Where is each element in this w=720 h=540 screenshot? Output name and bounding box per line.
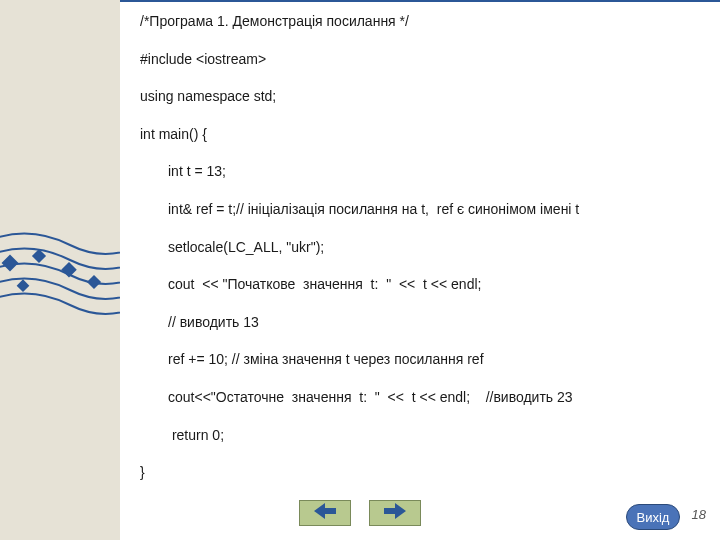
code-line: cout << "Початкове значення t: " << t <<… [140,275,690,295]
code-line: /*Програма 1. Демонстрація посилання */ [140,12,690,32]
arrow-right-icon [384,503,406,523]
code-line: int& ref = t;// ініціалізація посилання … [140,200,690,220]
nav-controls [0,496,720,530]
arrow-left-icon [314,503,336,523]
code-line: cout<<"Остаточне значення t: " << t << e… [140,388,690,408]
svg-rect-4 [18,281,28,291]
code-line: int main() { [140,125,690,145]
prev-button[interactable] [299,500,351,526]
top-border [120,0,720,2]
code-line: setlocale(LC_ALL, "ukr"); [140,238,690,258]
code-line: int t = 13; [140,162,690,182]
code-line: return 0; [140,426,690,446]
exit-button[interactable]: Вихід [626,504,680,530]
exit-label: Вихід [637,510,670,525]
next-button[interactable] [369,500,421,526]
code-block: /*Програма 1. Демонстрація посилання */ … [140,12,690,490]
slide: /*Програма 1. Демонстрація посилання */ … [0,0,720,540]
code-line: ref += 10; // зміна значення t через пос… [140,350,690,370]
code-line: #include <iostream> [140,50,690,70]
svg-rect-3 [88,276,99,287]
svg-rect-0 [3,256,17,270]
svg-marker-5 [314,503,336,519]
code-line: using namespace std; [140,87,690,107]
code-line: } [140,463,690,483]
svg-marker-6 [384,503,406,519]
left-decor-strip [0,0,120,540]
decor-pattern [0,230,120,315]
code-line: // виводить 13 [140,313,690,333]
svg-rect-2 [63,263,76,276]
svg-rect-1 [33,250,44,261]
